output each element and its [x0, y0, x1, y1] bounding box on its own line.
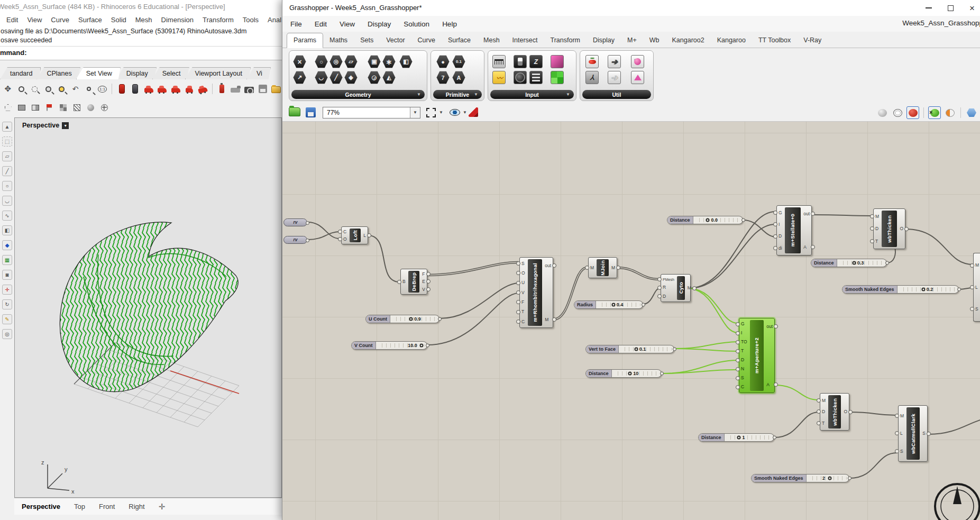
slider-grip[interactable] — [828, 477, 832, 480]
viewport-tab-right[interactable]: Right — [129, 503, 144, 510]
tab-viewport-layout[interactable]: Viewport Layout — [185, 67, 251, 79]
port-in[interactable]: G — [740, 321, 748, 327]
port-in[interactable]: D — [874, 226, 880, 232]
zoom-target-icon[interactable] — [56, 83, 68, 95]
port-out[interactable]: F — [421, 271, 426, 277]
tab-curve[interactable]: Curve — [411, 33, 442, 48]
zoom-window-icon[interactable] — [29, 83, 41, 95]
port-out[interactable]: M — [686, 285, 692, 291]
param-spiral-icon[interactable] — [329, 55, 343, 68]
tab-surface[interactable]: Surface — [442, 33, 477, 48]
truck-view-icon[interactable] — [230, 83, 242, 95]
port-out[interactable]: L — [362, 233, 367, 239]
port-in[interactable]: D — [821, 409, 827, 415]
slider-track[interactable]: 10 — [614, 371, 659, 376]
node-aperture-selected[interactable]: G I TO T D N S C m+Aperture+2 out A — [739, 318, 775, 393]
port-out[interactable]: E — [421, 279, 426, 285]
param-plane-icon[interactable] — [344, 55, 358, 68]
port-in[interactable]: G — [777, 210, 783, 216]
value-list-icon[interactable] — [529, 71, 543, 84]
menu-analyze[interactable]: Anal — [268, 16, 281, 24]
tab-display2[interactable]: Display — [587, 33, 621, 48]
dropdown-arrow-icon[interactable]: ▼ — [463, 110, 467, 115]
tab-wb[interactable]: Wb — [643, 33, 666, 48]
primitive-group-label[interactable]: Primitive▼ — [433, 90, 482, 99]
slider-grip[interactable] — [419, 344, 423, 348]
slider-distance-0-3[interactable]: Distance 0.3 — [811, 259, 887, 267]
port-in[interactable]: T — [520, 309, 526, 315]
target-icon[interactable] — [98, 102, 110, 113]
curve-param-capsule[interactable]: rv — [283, 218, 307, 226]
menu-surface[interactable]: Surface — [78, 16, 102, 24]
slider-u-count[interactable]: U Count 0.9 — [365, 315, 439, 323]
rotate-view-icon[interactable]: ✥ — [2, 83, 14, 95]
tab-kangaroo2[interactable]: Kangaroo2 — [666, 33, 711, 48]
node-cyto[interactable]: PMesh R D Cyto M — [661, 274, 691, 302]
node-rhombitrihexagonal[interactable]: S O U V F T C m+Rhombitrihexagonal out M — [519, 257, 553, 328]
viewport-tab-perspective[interactable]: Perspective — [22, 503, 60, 510]
port-in[interactable]: S — [899, 449, 905, 454]
undo-view-icon[interactable]: ↶ — [70, 83, 81, 95]
surface-icon[interactable]: ◧ — [2, 225, 12, 235]
command-history[interactable]: osaving file as D:\Documents\Week5_Assn_… — [0, 25, 282, 47]
slider-track[interactable]: 0.4 — [598, 303, 640, 307]
port-out[interactable]: A — [765, 382, 774, 388]
flask-icon[interactable] — [631, 71, 644, 84]
freeform-curve-icon[interactable]: ∿ — [2, 211, 12, 221]
menu-solid[interactable]: Solid — [111, 16, 126, 24]
node-wbcatmullclark[interactable]: M L S wbCatmullClark S — [898, 405, 928, 462]
save-document-icon[interactable] — [306, 107, 316, 117]
slider-track[interactable]: 10.0 — [378, 343, 425, 348]
geometry-group-label[interactable]: Geometry▼ — [291, 90, 425, 99]
param-geometry-icon[interactable] — [293, 55, 306, 68]
right-view-icon[interactable] — [184, 83, 195, 95]
port-out[interactable]: A — [802, 244, 811, 250]
menu-view[interactable]: View — [340, 20, 355, 28]
port-in[interactable]: C — [740, 384, 748, 390]
port-in[interactable]: M — [974, 262, 980, 268]
input-group-label[interactable]: Input▼ — [490, 90, 574, 99]
shaded-rect-icon[interactable] — [16, 102, 28, 113]
disc-icon[interactable] — [85, 102, 96, 113]
tab-standard[interactable]: tandard — [0, 67, 41, 79]
tab-maths[interactable]: Maths — [323, 33, 354, 48]
param-text-icon[interactable] — [452, 71, 465, 84]
node-mjoin[interactable]: M MJoin M — [588, 257, 617, 278]
port-in[interactable]: U — [520, 280, 526, 286]
node-clipped-right-edge[interactable]: M L S — [973, 253, 980, 322]
boxes-icon[interactable] — [57, 102, 69, 113]
grasshopper-canvas[interactable]: rv rv C O Loft L B DeBrep F E V — [282, 122, 980, 520]
menu-display[interactable]: Display — [368, 20, 391, 28]
slider-grip[interactable] — [611, 303, 615, 307]
param-point-icon[interactable] — [344, 71, 358, 84]
port-in[interactable]: M — [899, 413, 905, 419]
port-in[interactable]: V — [520, 290, 526, 296]
viewport-tab-front[interactable]: Front — [99, 503, 115, 510]
port-in[interactable]: O — [342, 236, 348, 242]
port-out[interactable]: M — [544, 317, 552, 323]
slider-grip[interactable] — [409, 317, 413, 321]
port-out[interactable]: out — [544, 263, 552, 269]
node-loft[interactable]: C O Loft L — [341, 226, 368, 244]
param-line-icon[interactable] — [329, 71, 343, 84]
port-out[interactable]: S — [921, 431, 927, 436]
tab-transform[interactable]: Transform — [544, 33, 587, 48]
maximize-icon[interactable] — [948, 5, 954, 11]
cplane-icon[interactable]: ▱ — [2, 151, 12, 161]
selected-only-preview-icon[interactable]: × — [928, 106, 941, 119]
jump-ball-icon[interactable] — [631, 55, 644, 68]
slider-track[interactable]: 1 — [727, 435, 772, 440]
data-dam-light-icon[interactable] — [608, 71, 621, 84]
slider-smooth-naked-edges-0-2[interactable]: Smooth Naked Edges 0.2 — [842, 285, 959, 294]
port-out[interactable]: out — [765, 324, 774, 330]
menu-edit[interactable]: Edit — [6, 16, 18, 24]
node-stellate[interactable]: G I D di m+Stellate+0 out A — [776, 205, 812, 256]
preview-off-icon[interactable] — [876, 106, 889, 119]
param-twisted-box-icon[interactable] — [382, 71, 396, 84]
tab-vector[interactable]: Vector — [380, 33, 411, 48]
slider-track[interactable]: 0.1 — [621, 347, 672, 351]
menu-tools[interactable]: Tools — [243, 16, 259, 24]
curve-param-capsule[interactable]: rv — [283, 236, 307, 244]
boolean-toggle-icon[interactable] — [514, 55, 527, 68]
param-vector-icon[interactable] — [293, 71, 306, 84]
